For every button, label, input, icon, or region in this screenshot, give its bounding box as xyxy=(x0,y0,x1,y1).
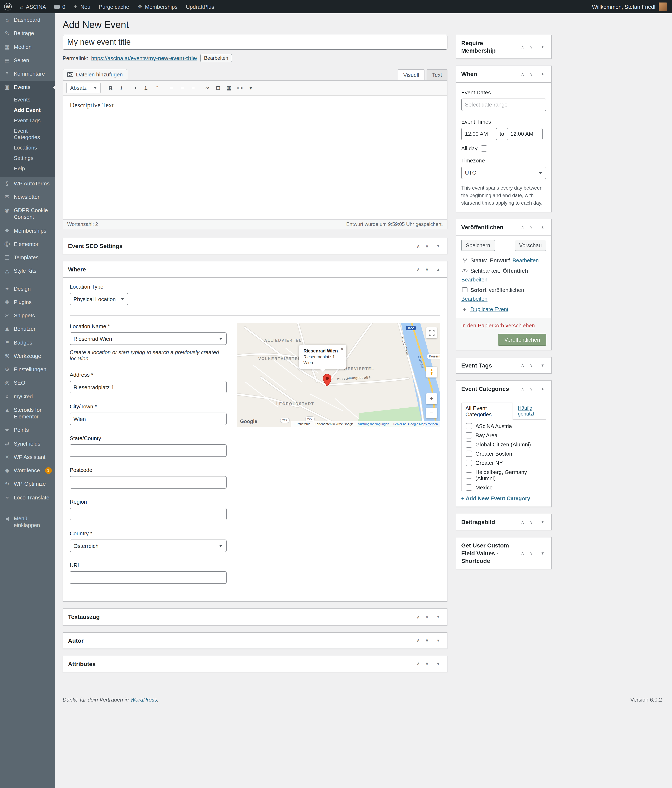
sidebar-subitem-add-event[interactable]: Add Event xyxy=(0,105,55,115)
move-down-icon[interactable] xyxy=(423,614,431,620)
sidebar-item-steroids[interactable]: ▲Steroids for Elementor xyxy=(0,404,55,424)
more-tag-button[interactable]: ⊟ xyxy=(213,83,223,93)
panel-author-header[interactable]: Autor xyxy=(63,632,447,648)
toggle-panel-icon[interactable] xyxy=(434,267,442,272)
move-to-trash-link[interactable]: In den Papierkorb verschieben xyxy=(461,323,535,329)
panel-attributes-header[interactable]: Attributes xyxy=(63,656,447,672)
close-icon[interactable]: × xyxy=(341,346,344,352)
panel-event-tags-header[interactable]: Event Tags xyxy=(456,357,552,373)
toggle-panel-icon[interactable] xyxy=(434,244,442,248)
panel-when-header[interactable]: When xyxy=(456,66,552,83)
toggle-panel-icon[interactable] xyxy=(539,551,546,555)
publish-button[interactable]: Veröffentlichen xyxy=(498,334,546,346)
move-down-icon[interactable] xyxy=(423,661,431,667)
preview-button[interactable]: Vorschau xyxy=(515,240,546,251)
sidebar-item-pages[interactable]: ▤Seiten xyxy=(0,54,55,67)
report-error-link[interactable]: Fehler bei Google Maps melden xyxy=(393,423,438,426)
move-up-icon[interactable] xyxy=(519,550,526,556)
move-up-icon[interactable] xyxy=(414,614,422,620)
category-item[interactable]: Greater NY xyxy=(466,460,542,466)
zoom-out-button[interactable]: − xyxy=(426,408,437,419)
move-down-icon[interactable] xyxy=(528,224,535,230)
sidebar-item-syncfields[interactable]: ⇄SyncFields xyxy=(0,437,55,451)
sidebar-item-wp-autoterms[interactable]: §WP AutoTerms xyxy=(0,177,55,191)
wordpress-link[interactable]: WordPress xyxy=(130,697,157,703)
sidebar-item-dashboard[interactable]: ⌂Dashboard xyxy=(0,13,55,27)
category-checkbox[interactable] xyxy=(466,472,472,478)
fullscreen-button[interactable] xyxy=(426,327,437,338)
category-checkbox[interactable] xyxy=(466,460,472,466)
tab-visual[interactable]: Visuell xyxy=(398,69,425,80)
category-checkbox[interactable] xyxy=(466,423,472,429)
sidebar-item-style-kits[interactable]: △Style Kits xyxy=(0,265,55,278)
toolbar-toggle-button[interactable]: ▦ xyxy=(224,83,234,93)
sidebar-subitem-event-tags[interactable]: Event Tags xyxy=(0,115,55,126)
sidebar-item-tools[interactable]: ⚒Werkzeuge xyxy=(0,350,55,363)
sidebar-item-points[interactable]: ★Points xyxy=(0,424,55,437)
panel-featured-image-header[interactable]: Beitragsbild xyxy=(456,514,552,530)
toggle-panel-icon[interactable] xyxy=(539,363,546,367)
move-up-icon[interactable] xyxy=(519,224,526,230)
sidebar-item-elementor[interactable]: ⒺElementor xyxy=(0,238,55,251)
toggle-panel-icon[interactable] xyxy=(539,72,546,76)
category-item[interactable]: Heidelberg, Germany (Alumni) xyxy=(466,469,542,481)
sidebar-item-loco-translate[interactable]: ⌖Loco Translate xyxy=(0,491,55,504)
move-up-icon[interactable] xyxy=(519,71,526,77)
sidebar-item-seo[interactable]: ◎SEO xyxy=(0,377,55,390)
align-center-button[interactable]: ≡ xyxy=(178,83,187,93)
move-up-icon[interactable] xyxy=(519,386,526,391)
timezone-select[interactable]: UTC xyxy=(461,167,546,179)
state-input[interactable] xyxy=(70,445,227,457)
move-up-icon[interactable] xyxy=(414,243,422,249)
address-input[interactable] xyxy=(70,381,227,394)
add-new-category-link[interactable]: + Add New Event Category xyxy=(461,495,530,502)
paragraph-style-dropdown[interactable]: Absatz xyxy=(67,83,101,93)
toggle-panel-icon[interactable] xyxy=(434,638,442,642)
tab-all-categories[interactable]: All Event Categories xyxy=(461,403,513,420)
event-title-input[interactable] xyxy=(63,35,447,50)
move-down-icon[interactable] xyxy=(423,638,431,643)
sidebar-item-newsletter[interactable]: ✉Newsletter xyxy=(0,191,55,204)
move-up-icon[interactable] xyxy=(519,44,526,49)
save-draft-button[interactable]: Speichern xyxy=(461,240,495,251)
zoom-in-button[interactable]: + xyxy=(426,394,437,404)
all-day-checkbox[interactable] xyxy=(481,145,487,151)
sidebar-item-wordfence[interactable]: ◆Wordfence1 xyxy=(0,464,55,478)
panel-where-header[interactable]: Where xyxy=(63,261,447,278)
edit-status-link[interactable]: Bearbeiten xyxy=(513,257,539,264)
bold-button[interactable]: B xyxy=(106,83,116,93)
updraftplus-menu[interactable]: UpdraftPlus xyxy=(182,0,218,13)
sidebar-subitem-settings[interactable]: Settings xyxy=(0,153,55,163)
italic-button[interactable]: I xyxy=(116,83,127,93)
bullet-list-button[interactable]: • xyxy=(131,83,141,93)
site-menu[interactable]: ⌂ASCINA xyxy=(16,0,50,13)
panel-publish-header[interactable]: Veröffentlichen xyxy=(456,219,552,235)
move-up-icon[interactable] xyxy=(414,638,422,643)
sidebar-item-media[interactable]: ▦Medien xyxy=(0,40,55,54)
sidebar-item-snippets[interactable]: ✂Snippets xyxy=(0,309,55,323)
move-up-icon[interactable] xyxy=(519,519,526,525)
purge-cache-menu[interactable]: Purge cache xyxy=(95,0,133,13)
move-down-icon[interactable] xyxy=(423,267,431,272)
end-time-input[interactable] xyxy=(507,127,543,140)
move-down-icon[interactable] xyxy=(528,519,535,525)
sidebar-item-memberships[interactable]: ❖Memberships xyxy=(0,224,55,238)
move-up-icon[interactable] xyxy=(414,661,422,667)
sidebar-subitem-help[interactable]: Help xyxy=(0,163,55,173)
move-down-icon[interactable] xyxy=(528,550,535,556)
sidebar-subitem-event-categories[interactable]: Event Categories xyxy=(0,126,55,142)
sidebar-item-badges[interactable]: ⚑Badges xyxy=(0,336,55,350)
google-map[interactable]: ALLIEDVIERTEL VOLKERTVIERTEL LEOPOLDSTAD… xyxy=(237,323,441,427)
toggle-panel-icon[interactable] xyxy=(539,225,546,229)
blockquote-button[interactable]: “ xyxy=(152,83,162,93)
location-type-select[interactable]: Physical Location xyxy=(70,293,128,305)
panel-event-categories-header[interactable]: Event Categories xyxy=(456,381,552,397)
sidebar-item-events[interactable]: ▣Events xyxy=(0,81,55,94)
panel-custom-field-shortcode-header[interactable]: Get User Custom Field Values - Shortcode xyxy=(456,538,552,569)
add-media-button[interactable]: Dateien hinzufügen xyxy=(63,69,127,80)
sidebar-subitem-events[interactable]: Events xyxy=(0,94,55,105)
move-up-icon[interactable] xyxy=(414,267,422,272)
category-checkbox[interactable] xyxy=(466,485,472,491)
sidebar-item-plugins[interactable]: ✚Plugins xyxy=(0,296,55,309)
category-item[interactable]: Mexico xyxy=(466,485,542,491)
